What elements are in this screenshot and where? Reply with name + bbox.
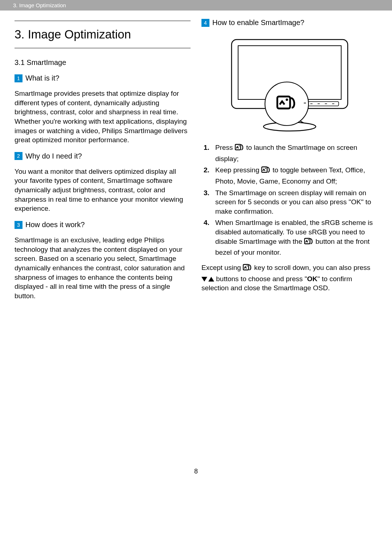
breadcrumb-text: 3. Image Optimization bbox=[13, 2, 66, 8]
smartimage-icon bbox=[235, 144, 244, 154]
smartimage-icon bbox=[261, 166, 271, 177]
answer-3: SmartImage is an exclusive, leading edge… bbox=[15, 235, 191, 300]
rule-bottom bbox=[15, 48, 191, 48]
step-text: The SmartImage on screen display will re… bbox=[215, 189, 371, 215]
question-number-box: 4 bbox=[201, 19, 209, 27]
section-title: 3.1 SmartImage bbox=[15, 58, 191, 67]
step-1: Press to launch the SmartImage on screen… bbox=[201, 143, 377, 163]
step-text-a: Keep pressing bbox=[215, 166, 261, 174]
left-column: 3. Image Optimization 3.1 SmartImage 1 W… bbox=[15, 14, 191, 304]
step-text-a: Press bbox=[215, 144, 235, 151]
note-text-b: key to scroll down, you can also press bbox=[252, 264, 370, 271]
note-text-a: Except using bbox=[201, 264, 243, 271]
ok-label: OK bbox=[307, 275, 318, 283]
question-number-box: 3 bbox=[15, 221, 23, 229]
question-text: How does it work? bbox=[25, 221, 85, 229]
svg-point-17 bbox=[308, 239, 309, 240]
question-number-box: 2 bbox=[15, 152, 23, 160]
svg-point-13 bbox=[238, 145, 240, 147]
svg-point-15 bbox=[265, 168, 266, 169]
svg-point-8 bbox=[265, 82, 309, 126]
monitor-illustration bbox=[201, 34, 377, 136]
triangle-down-icon bbox=[201, 277, 207, 282]
note-paragraph: Except using key to scroll down, you can… bbox=[201, 263, 377, 293]
page-number: 8 bbox=[0, 468, 392, 475]
svg-point-10 bbox=[286, 99, 288, 101]
page-body: 3. Image Optimization 3.1 SmartImage 1 W… bbox=[0, 11, 392, 312]
step-3: The SmartImage on screen display will re… bbox=[201, 188, 377, 216]
steps-list: Press to launch the SmartImage on screen… bbox=[201, 143, 377, 257]
answer-1: SmartImage provides presets that optimiz… bbox=[15, 89, 191, 145]
question-3: 3 How does it work? bbox=[15, 221, 191, 229]
step-2: Keep pressing to toggle between Text, Of… bbox=[201, 165, 377, 186]
question-number-box: 1 bbox=[15, 74, 23, 82]
question-4: 4 How to enable SmartImage? bbox=[201, 19, 377, 27]
monitor-svg bbox=[224, 34, 355, 136]
right-column: 4 How to enable SmartImage? bbox=[201, 14, 377, 304]
question-1: 1 What is it? bbox=[15, 74, 191, 82]
question-text: How to enable SmartImage? bbox=[212, 19, 304, 27]
question-text: Why do I need it? bbox=[25, 152, 82, 160]
page-header-breadcrumb: 3. Image Optimization bbox=[0, 0, 392, 11]
rule-top bbox=[15, 21, 191, 21]
chapter-title: 3. Image Optimization bbox=[15, 28, 191, 41]
triangle-up-icon bbox=[208, 277, 214, 282]
answer-2: You want a monitor that delivers optimiz… bbox=[15, 167, 191, 213]
step-4: When SmartImage is enabled, the sRGB sch… bbox=[201, 218, 377, 257]
smartimage-icon bbox=[243, 264, 252, 274]
note-text-c: buttons to choose and press " bbox=[214, 275, 307, 283]
question-2: 2 Why do I need it? bbox=[15, 152, 191, 160]
svg-point-19 bbox=[247, 266, 248, 267]
smartimage-icon bbox=[304, 238, 314, 248]
question-text: What is it? bbox=[25, 74, 59, 82]
